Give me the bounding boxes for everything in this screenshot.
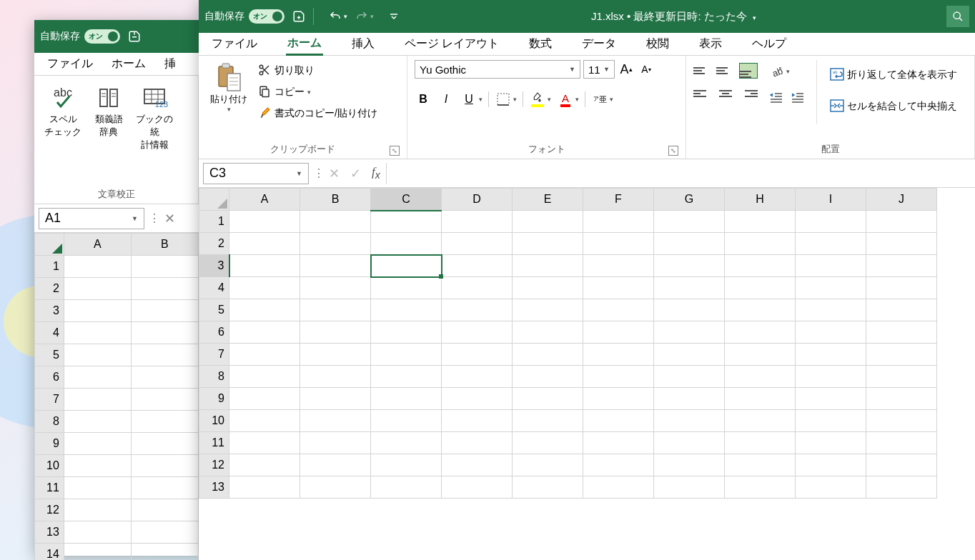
row-header[interactable]: 7 (35, 389, 64, 411)
tab-表示[interactable]: 表示 (698, 34, 723, 54)
column-header[interactable]: I (796, 189, 866, 211)
cell[interactable] (654, 432, 725, 454)
row-header[interactable]: 4 (199, 277, 229, 299)
cell[interactable] (371, 277, 442, 299)
cell[interactable] (131, 278, 198, 300)
chevron-down-icon[interactable]: ▾ (610, 96, 613, 103)
align-middle-button[interactable] (716, 63, 735, 79)
row-header[interactable]: 14 (35, 544, 64, 561)
align-bottom-button[interactable] (739, 63, 758, 79)
cell[interactable] (513, 321, 583, 344)
increase-font-button[interactable]: A▴ (618, 61, 635, 78)
cell[interactable] (583, 277, 654, 299)
select-all-corner[interactable] (199, 189, 229, 211)
cell[interactable] (64, 521, 131, 544)
cell[interactable] (371, 233, 442, 255)
borders-button[interactable] (495, 91, 512, 108)
font-color-button[interactable]: A (557, 91, 574, 108)
cell[interactable] (64, 433, 131, 455)
cell[interactable] (866, 255, 937, 277)
column-header[interactable]: B (300, 189, 371, 211)
column-header[interactable]: H (725, 189, 796, 211)
chevron-down-icon[interactable]: ▾ (786, 68, 790, 75)
cell[interactable] (583, 344, 654, 366)
cell[interactable] (442, 454, 513, 476)
dialog-launcher-icon[interactable]: ⤡ (668, 146, 678, 156)
row-header[interactable]: 4 (35, 322, 64, 344)
cell[interactable] (725, 454, 796, 476)
cell[interactable] (442, 432, 513, 454)
spellcheck-button[interactable]: abc スペル チェック (41, 80, 84, 141)
copy-button[interactable]: コピー ▾ (254, 81, 380, 103)
cell[interactable] (442, 277, 513, 299)
customize-qat-button[interactable] (387, 9, 401, 24)
wrap-text-button[interactable]: ab 折り返して全体を表示す (827, 64, 960, 86)
cell[interactable] (442, 255, 513, 277)
column-header[interactable]: D (442, 189, 513, 211)
cell[interactable] (866, 410, 937, 432)
font-size-select[interactable]: 11 ▼ (583, 60, 615, 79)
cell[interactable] (64, 411, 131, 433)
chevron-down-icon[interactable]: ▾ (479, 96, 482, 103)
cell[interactable] (796, 277, 866, 299)
row-header[interactable]: 9 (199, 388, 229, 410)
select-all-corner[interactable] (35, 234, 64, 256)
search-button[interactable] (946, 6, 969, 27)
name-box-back[interactable]: A1 ▼ (39, 208, 144, 229)
row-header[interactable]: 8 (35, 411, 64, 433)
tab-ヘルプ[interactable]: ヘルプ (751, 34, 788, 54)
align-center-button[interactable] (716, 86, 735, 101)
phonetic-button[interactable]: ア亜 (591, 91, 608, 108)
cell[interactable] (64, 344, 131, 366)
cell[interactable] (64, 544, 131, 561)
cell[interactable] (513, 277, 583, 299)
tab-insert-cut[interactable]: 挿 (163, 54, 177, 74)
cell[interactable] (300, 255, 371, 277)
cell[interactable] (796, 454, 866, 476)
cell[interactable] (583, 211, 654, 233)
cell[interactable] (442, 233, 513, 255)
cell[interactable] (442, 211, 513, 233)
tab-file[interactable]: ファイル (46, 54, 94, 74)
row-header[interactable]: 8 (199, 366, 229, 388)
row-header[interactable]: 6 (199, 321, 229, 344)
cell[interactable] (513, 454, 583, 476)
cell[interactable] (131, 322, 198, 344)
row-header[interactable]: 11 (35, 477, 64, 499)
cell[interactable] (300, 366, 371, 388)
cell[interactable] (300, 233, 371, 255)
cell[interactable] (64, 366, 131, 389)
cell[interactable] (64, 477, 131, 499)
row-header[interactable]: 12 (199, 454, 229, 476)
cell[interactable] (796, 366, 866, 388)
cell[interactable] (229, 476, 300, 499)
bold-button[interactable]: B (415, 91, 432, 108)
cell[interactable] (442, 410, 513, 432)
chevron-down-icon[interactable]: ▾ (575, 96, 579, 103)
row-header[interactable]: 10 (199, 410, 229, 432)
grid-front[interactable]: ABCDEFGHIJ12345678910111213 (199, 188, 975, 499)
grid-back[interactable]: AB1234567891011121314 (34, 233, 199, 560)
row-header[interactable]: 3 (35, 300, 64, 322)
cell[interactable] (796, 344, 866, 366)
cell[interactable] (513, 299, 583, 321)
cell[interactable] (796, 233, 866, 255)
cell[interactable] (654, 321, 725, 344)
cell[interactable] (64, 278, 131, 300)
cell[interactable] (300, 211, 371, 233)
tab-home[interactable]: ホーム (110, 54, 147, 74)
cell[interactable] (725, 344, 796, 366)
row-header[interactable]: 5 (199, 299, 229, 321)
cell[interactable] (131, 411, 198, 433)
cell[interactable] (371, 255, 442, 277)
tab-ファイル[interactable]: ファイル (210, 34, 259, 54)
cell[interactable] (654, 476, 725, 499)
dialog-launcher-icon[interactable]: ⤡ (390, 146, 400, 156)
cell[interactable] (131, 521, 198, 544)
cell[interactable] (866, 454, 937, 476)
cell[interactable] (654, 255, 725, 277)
cell[interactable] (64, 499, 131, 521)
workbook-stats-button[interactable]: 123 ブックの統 計情報 (133, 80, 176, 154)
undo-button[interactable] (328, 9, 342, 24)
cell[interactable] (583, 233, 654, 255)
